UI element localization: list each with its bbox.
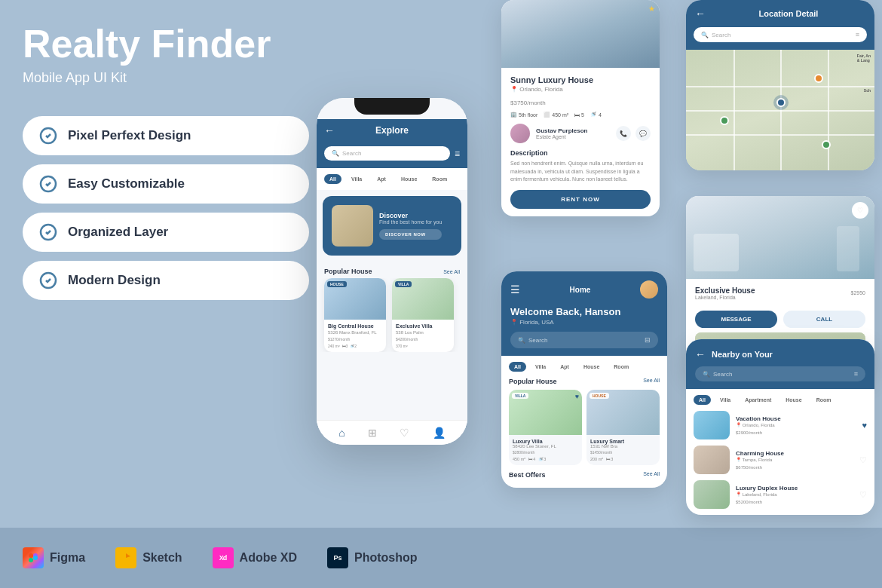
beds-1: 🛏3 xyxy=(342,344,348,348)
villa-badge: VILLA xyxy=(395,281,412,287)
home-villa-image: VILLA ♥ xyxy=(509,390,582,435)
message-agent-icon[interactable]: 💬 xyxy=(635,126,651,141)
property-location: 📍 Orlando, Florida xyxy=(510,86,651,93)
nearby-search[interactable]: 🔍 Search ≡ xyxy=(695,366,865,381)
nearby-item-loc-2: 📍 Tampa, Florida xyxy=(736,457,853,462)
nearby-tab-villa[interactable]: Villa xyxy=(715,395,736,405)
tool-sketch: Sketch xyxy=(115,547,182,568)
location-pin-icon: 📍 xyxy=(510,86,518,93)
user-nav-icon[interactable]: 👤 xyxy=(433,427,446,439)
baths-feature: 🚿 4 xyxy=(590,112,602,118)
tab-room[interactable]: Room xyxy=(427,174,452,184)
grid-nav-icon[interactable]: ⊞ xyxy=(368,427,377,439)
nearby-item-3[interactable]: Luxury Duplex House 📍 Lakeland, Florida … xyxy=(694,480,867,509)
nearby-item-price-1: $2900/month xyxy=(736,429,856,436)
tab-house[interactable]: House xyxy=(396,174,422,184)
house-card-price-1: $1270/month xyxy=(328,336,382,341)
home-house-name: Luxury Smart xyxy=(590,439,656,444)
house-card-body-1: Big Central House 5326 Manx Branford, FL… xyxy=(324,320,386,352)
tab-all[interactable]: All xyxy=(324,174,341,184)
home-house-image: HOUSE xyxy=(586,390,660,435)
villa-card-1[interactable]: VILLA Exclusive Villa 538 Los Palm $4200… xyxy=(392,278,454,352)
sketch-icon xyxy=(115,547,136,568)
villa-card-image-1: VILLA xyxy=(392,278,454,320)
tab-apartment[interactable]: Apt xyxy=(372,174,391,184)
home-tab-room[interactable]: Room xyxy=(608,362,634,372)
nearby-item-image-2 xyxy=(694,446,730,474)
lamp-icon xyxy=(837,226,859,271)
nearby-tab-apartment[interactable]: Apartment xyxy=(740,395,776,405)
location-search[interactable]: 🔍 Search ≡ xyxy=(694,27,867,42)
home-filter-icon[interactable]: ⊟ xyxy=(645,336,651,344)
nearby-tab-house[interactable]: House xyxy=(780,395,807,405)
nearby-tab-room[interactable]: Room xyxy=(811,395,837,405)
villa-card-body-1: Exclusive Villa 538 Los Palm $4200/month… xyxy=(392,320,454,352)
main-map-pin[interactable] xyxy=(776,98,786,107)
home-tab-apartment[interactable]: Apt xyxy=(555,362,574,372)
bottom-bar: Figma Sketch Xd Adobe XD Ps Photoshop xyxy=(0,528,882,588)
villa-card-name-1: Exclusive Villa xyxy=(396,323,450,329)
home-house-card[interactable]: HOUSE Luxury Smart 1531 NW Bra $1450/mon… xyxy=(586,390,660,465)
home-tab-house[interactable]: House xyxy=(578,362,605,372)
sketch-label: Sketch xyxy=(142,551,182,565)
feature-organized-layer: Organized Layer xyxy=(23,213,309,252)
explore-screen: ← Explore 🔍 Search ≡ All Villa Apt House… xyxy=(317,98,467,445)
explore-title: Explore xyxy=(375,125,409,136)
home-search-row[interactable]: 🔍 Search ⊟ xyxy=(510,332,658,348)
brand-subtitle: Mobile App UI Kit xyxy=(23,70,309,86)
home-header: ☰ Home Welcome Back, Hanson 📍 Florida, U… xyxy=(501,271,667,356)
svg-rect-4 xyxy=(29,553,33,558)
loc-back-icon[interactable]: ← xyxy=(695,8,706,20)
house-card-stats-1: 240 m² 🛏3 🚿2 xyxy=(328,344,382,348)
home-villa-fav[interactable]: ♥ xyxy=(575,393,579,400)
exclusive-house-price: $2950 xyxy=(851,286,865,297)
exclusive-fav-icon[interactable]: ♡ xyxy=(852,202,868,219)
property-detail-image: ★ xyxy=(501,0,660,68)
nearby-tab-all[interactable]: All xyxy=(694,395,711,405)
nearby-filter-icon[interactable]: ≡ xyxy=(854,370,858,378)
discover-button[interactable]: DISCOVER NOW xyxy=(379,229,442,240)
message-button[interactable]: MESSAGE xyxy=(695,311,777,328)
home-tab-villa[interactable]: Villa xyxy=(530,362,551,372)
nearby-item-loc-1: 📍 Orlando, Florida xyxy=(736,422,856,427)
home-nav-icon[interactable]: ⌂ xyxy=(338,427,345,439)
home-villa-price: $2800/month xyxy=(513,449,578,455)
home-house-badge: HOUSE xyxy=(590,393,609,399)
price-suffix: /month xyxy=(338,337,350,341)
filter-icon[interactable]: ≡ xyxy=(455,149,460,159)
beds-feature: 🛏 5 xyxy=(574,112,584,118)
nearby-search-icon: 🔍 xyxy=(703,371,710,378)
nearby-item-fav-2[interactable]: ♡ xyxy=(859,455,867,465)
exclusive-action-buttons: MESSAGE CALL xyxy=(695,311,865,328)
see-all-link[interactable]: See All xyxy=(443,269,460,274)
hamburger-icon[interactable]: ☰ xyxy=(510,283,520,296)
explore-search[interactable]: 🔍 Search xyxy=(324,146,450,161)
search-icon: 🔍 xyxy=(332,150,339,157)
house-badge: HOUSE xyxy=(327,281,347,287)
home-villa-card[interactable]: VILLA ♥ Luxury Villa 58420 Lee Stoner, F… xyxy=(509,390,582,465)
property-name: Sunny Luxury House xyxy=(510,75,651,84)
popular-house-title: Popular House xyxy=(324,268,372,275)
nearby-item-fav-3[interactable]: ♡ xyxy=(859,490,867,500)
home-best-see-all[interactable]: See All xyxy=(643,471,660,479)
nearby-body: All Villa Apartment House Room Vacation … xyxy=(686,389,874,515)
feature-modern-design: Modern Design xyxy=(23,261,309,300)
heart-nav-icon[interactable]: ♡ xyxy=(400,427,409,439)
nearby-item-2[interactable]: Charming House 📍 Tampa, Florida $6750/mo… xyxy=(694,446,867,474)
house-card-1[interactable]: HOUSE Big Central House 5326 Manx Branfo… xyxy=(324,278,386,352)
tab-villa[interactable]: Villa xyxy=(346,174,367,184)
nearby-item-1[interactable]: Vacation House 📍 Orlando, Florida $2900/… xyxy=(694,411,867,439)
rent-now-button[interactable]: RENT NOW xyxy=(510,190,651,209)
nearby-back-icon[interactable]: ← xyxy=(695,348,706,360)
back-icon[interactable]: ← xyxy=(324,124,335,136)
home-popular-header: Popular House See All xyxy=(509,378,660,385)
home-see-all[interactable]: See All xyxy=(643,378,660,385)
tool-figma: Figma xyxy=(23,547,85,568)
floor-feature: 🏢 5th floor xyxy=(510,112,537,118)
loc-filter-icon[interactable]: ≡ xyxy=(856,31,859,38)
home-tab-all[interactable]: All xyxy=(509,362,526,372)
desc-text: Sed non hendrerit enim. Quisque nulla ur… xyxy=(510,160,651,184)
call-agent-icon[interactable]: 📞 xyxy=(616,126,631,141)
call-button[interactable]: CALL xyxy=(783,311,865,328)
nearby-item-fav-1[interactable]: ♥ xyxy=(862,421,867,430)
